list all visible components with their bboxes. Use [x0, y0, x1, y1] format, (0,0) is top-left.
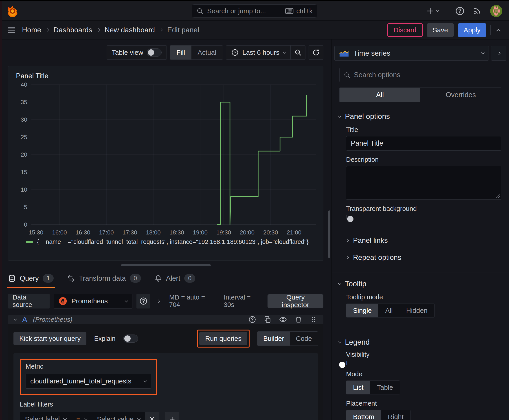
explain-toggle[interactable]: [123, 335, 138, 343]
panel-title-input[interactable]: Panel Title: [346, 136, 501, 150]
legend-swatch[interactable]: [26, 241, 33, 243]
discard-button[interactable]: Discard: [387, 23, 423, 37]
tooltip-all-option[interactable]: All: [378, 304, 399, 317]
tab-query[interactable]: Query 1: [8, 274, 54, 288]
time-series-viz-icon: [339, 49, 349, 57]
apply-button[interactable]: Apply: [458, 23, 486, 37]
builder-option[interactable]: Builder: [258, 332, 290, 345]
transparent-background-toggle[interactable]: [346, 215, 347, 219]
chevron-up-icon[interactable]: [496, 29, 501, 33]
delete-query-icon[interactable]: [295, 316, 302, 323]
new-menu-button[interactable]: [426, 7, 439, 15]
top-bar: Search or jump to... ctrl+k: [0, 1, 509, 21]
description-textarea[interactable]: [346, 166, 501, 200]
datasource-label: Data source: [8, 294, 50, 308]
code-option[interactable]: Code: [290, 332, 318, 345]
operator-dropdown[interactable]: =: [71, 412, 92, 420]
breadcrumb-new-dashboard[interactable]: New dashboard: [105, 26, 155, 34]
help-button[interactable]: [455, 6, 464, 16]
chevron-down-icon: [282, 50, 286, 54]
datasource-picker[interactable]: Prometheus: [54, 294, 132, 308]
panel-options-heading[interactable]: Panel options: [338, 112, 501, 121]
query-inspector-button[interactable]: Query inspector: [267, 294, 323, 308]
duplicate-query-icon[interactable]: [264, 316, 271, 323]
search-options-input[interactable]: Search options: [339, 68, 501, 82]
breadcrumb-current: Edit panel: [167, 26, 199, 34]
query-ref-id: A: [22, 315, 27, 324]
time-series-chart[interactable]: 051015202530354015:3016:0016:3017:0017:3…: [13, 81, 318, 238]
zoom-out-button[interactable]: [290, 45, 305, 60]
grafana-logo-icon[interactable]: [7, 5, 18, 17]
legend-label[interactable]: {__name__="cloudflared_tunnel_total_requ…: [37, 239, 309, 246]
select-value-dropdown[interactable]: Select value: [92, 412, 145, 420]
divider: [447, 6, 447, 16]
svg-text:10: 10: [21, 186, 27, 193]
search-shortcut: ctrl+k: [296, 7, 313, 15]
kick-start-query-button[interactable]: Kick start your query: [14, 332, 86, 345]
open-viz-list-button[interactable]: [491, 46, 506, 60]
query-row-header[interactable]: A (Prometheus): [8, 315, 323, 324]
legend-heading[interactable]: Legend: [338, 338, 501, 346]
legend-mode-table[interactable]: Table: [370, 381, 400, 394]
legend-placement-right[interactable]: Right: [381, 410, 410, 420]
legend-visibility-toggle[interactable]: [346, 361, 347, 365]
fill-option[interactable]: Fill: [170, 45, 191, 60]
visualization-name: Time series: [353, 49, 390, 57]
user-avatar[interactable]: [490, 5, 502, 17]
hamburger-menu-icon[interactable]: [7, 25, 16, 35]
resize-grip-icon[interactable]: [496, 194, 500, 198]
bell-icon: [154, 275, 162, 282]
panel-options-section: Panel options Title Panel Title Descript…: [332, 105, 509, 226]
tooltip-single-option[interactable]: Single: [346, 304, 378, 317]
metric-select[interactable]: cloudflared_tunnel_total_requests: [26, 374, 151, 389]
chevron-down-icon: [338, 281, 342, 285]
tab-overrides[interactable]: Overrides: [420, 88, 501, 102]
window-edge: [0, 0, 2, 420]
query-editor-card: A (Prometheus): [8, 315, 323, 412]
select-label-dropdown[interactable]: Select label: [20, 412, 71, 420]
query-help-icon[interactable]: [248, 316, 256, 323]
save-button[interactable]: Save: [427, 23, 454, 37]
refresh-button[interactable]: [309, 45, 323, 60]
run-queries-button[interactable]: Run queries: [199, 332, 247, 345]
toggle-visibility-icon[interactable]: [279, 315, 287, 323]
svg-text:15:30: 15:30: [29, 229, 43, 236]
news-rss-button[interactable]: [473, 6, 482, 16]
svg-text:19:00: 19:00: [193, 229, 207, 236]
repeat-options-section[interactable]: Repeat options: [346, 249, 501, 266]
actual-option[interactable]: Actual: [191, 45, 223, 60]
breadcrumb-bar: Home Dashboards New dashboard Edit panel…: [0, 21, 509, 39]
time-range-picker[interactable]: Last 6 hours: [226, 45, 290, 60]
visualization-picker[interactable]: Time series: [334, 46, 489, 60]
collapse-query-icon[interactable]: [14, 317, 17, 321]
svg-text:20: 20: [21, 151, 27, 158]
repeat-options-label: Repeat options: [353, 253, 401, 262]
tooltip-hidden-option[interactable]: Hidden: [400, 304, 434, 317]
prometheus-icon: [58, 297, 67, 306]
options-expander-icon[interactable]: [157, 299, 160, 303]
datasource-help-button[interactable]: [137, 294, 150, 308]
breadcrumb-dashboards[interactable]: Dashboards: [53, 26, 92, 34]
legend-mode-list[interactable]: List: [346, 381, 370, 394]
legend-placement-bottom[interactable]: Bottom: [346, 410, 381, 420]
metric-label: Metric: [26, 363, 43, 370]
drag-handle-icon[interactable]: [310, 316, 318, 323]
scrollbar-thumb[interactable]: [328, 210, 330, 258]
panel-resize-handle[interactable]: [121, 264, 211, 266]
remove-filter-button[interactable]: ✕: [145, 412, 159, 420]
panel-links-section[interactable]: Panel links: [346, 232, 501, 249]
tab-transform-data[interactable]: Transform data 0: [67, 274, 141, 288]
panel-options-title: Panel options: [345, 112, 390, 121]
query-datasource-hint: (Prometheus): [33, 316, 73, 323]
global-search-input[interactable]: Search or jump to... ctrl+k: [192, 5, 317, 17]
add-filter-button[interactable]: [165, 412, 179, 420]
chevron-right-icon: [46, 28, 49, 32]
tooltip-heading[interactable]: Tooltip: [338, 279, 501, 288]
legend-mode-group: List Table: [346, 381, 400, 394]
table-view-toggle[interactable]: [147, 48, 162, 57]
tab-all[interactable]: All: [340, 88, 420, 102]
title-label: Title: [346, 126, 501, 134]
breadcrumb-home[interactable]: Home: [22, 26, 41, 34]
tab-alert[interactable]: Alert 0: [154, 274, 196, 288]
transform-count-badge: 0: [130, 274, 141, 283]
